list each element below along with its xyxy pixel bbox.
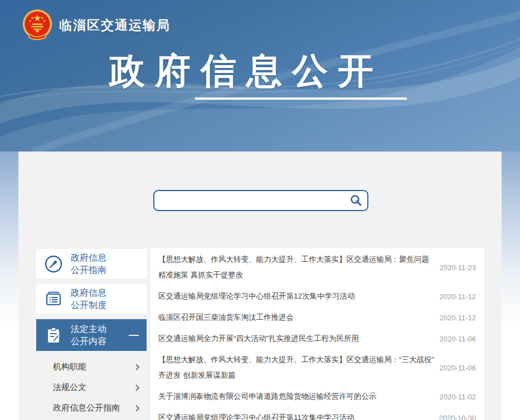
sidebar-submenu: 机构职能 法规公文 政府信息公开指南 规划计划 xyxy=(36,356,147,420)
submenu-item-public-info-guide[interactable]: 政府信息公开指南 xyxy=(36,398,147,418)
clipboard-pen-icon xyxy=(43,325,64,346)
news-date: 2020-11-06 xyxy=(439,335,476,343)
news-title-link[interactable]: 关于淄博润泰物流有限公司申请道路危险货物运输经营许可的公示 xyxy=(158,389,438,404)
news-title-link[interactable]: 临淄区召开国三柴油货车淘汰工作推进会 xyxy=(158,310,438,325)
news-title-link[interactable]: 区交通运输局全力开展“四大活动”扎实推进民生工程为民所用 xyxy=(158,331,438,346)
search-button[interactable] xyxy=(345,191,367,210)
news-date: 2020-11-02 xyxy=(439,393,476,401)
document-icon xyxy=(43,289,64,310)
compass-icon xyxy=(43,253,64,275)
news-date: 2020-11-12 xyxy=(439,314,476,322)
site-name: 临淄区交通运输局 xyxy=(59,17,171,34)
search-bar xyxy=(153,190,368,211)
search-icon xyxy=(349,194,363,207)
banner: 临淄区交通运输局 政府信息公开 xyxy=(0,0,520,152)
page: 临淄区交通运输局 政府信息公开 政府信 xyxy=(0,0,520,420)
news-item: 临淄区召开国三柴油货车淘汰工作推进会 2020-11-12 xyxy=(158,307,476,328)
news-item: 区交通运输局党组理论学习中心组召开第12次集中学习活动 2020-11-12 xyxy=(158,286,476,307)
sidebar-item-statutory-disclosure[interactable]: 法定主动 公开内容 — xyxy=(36,319,147,351)
news-item: 区交通运输局党组理论学习中心组召开第11次集中学习活动 2020-10-30 xyxy=(158,407,476,420)
national-emblem-icon xyxy=(21,8,54,42)
sidebar: 政府信息 公开指南 政府信息 公开制度 xyxy=(36,249,147,420)
sidebar-item-public-info-guide[interactable]: 政府信息 公开指南 xyxy=(36,249,147,279)
news-list: 【思想大解放、作风大转变、能力大提升、工作大落实】区交通运输局：聚焦问题 精准施… xyxy=(150,248,484,420)
news-date: 2020-11-06 xyxy=(439,364,476,372)
chevron-right-icon xyxy=(135,404,140,412)
news-title-link[interactable]: 区交通运输局党组理论学习中心组召开第12次集中学习活动 xyxy=(158,289,438,304)
news-item: 区交通运输局全力开展“四大活动”扎实推进民生工程为民所用 2020-11-06 xyxy=(158,328,476,349)
submenu-item-agency-functions[interactable]: 机构职能 xyxy=(36,356,147,377)
news-item: 【思想大解放、作风大转变、能力大提升、工作大落实】区交通运输局：“三大战役”齐进… xyxy=(158,349,476,386)
sidebar-item-label: 政府信息 公开制度 xyxy=(71,287,106,311)
page-title: 政府信息公开 xyxy=(109,47,383,95)
news-date: 2020-11-12 xyxy=(439,292,476,301)
search-input[interactable] xyxy=(154,191,345,210)
chevron-right-icon xyxy=(135,384,140,392)
news-item: 关于淄博润泰物流有限公司申请道路危险货物运输经营许可的公示 2020-11-02 xyxy=(158,386,476,407)
sidebar-item-label: 政府信息 公开指南 xyxy=(71,252,106,276)
news-date: 2020-11-23 xyxy=(439,263,476,272)
news-item: 【思想大解放、作风大转变、能力大提升、工作大落实】区交通运输局：聚焦问题 精准施… xyxy=(158,249,476,286)
sidebar-item-label: 法定主动 公开内容 xyxy=(71,323,106,348)
news-title-link[interactable]: 【思想大解放、作风大转变、能力大提升、工作大落实】区交通运输局：“三大战役”齐进… xyxy=(158,352,438,383)
submenu-item-regulations[interactable]: 法规公文 xyxy=(36,377,147,398)
chevron-right-icon xyxy=(135,363,140,371)
title-underline xyxy=(195,97,407,100)
news-title-link[interactable]: 区交通运输局党组理论学习中心组召开第11次集中学习活动 xyxy=(158,410,438,420)
sidebar-item-public-info-system[interactable]: 政府信息 公开制度 xyxy=(36,284,147,314)
news-title-link[interactable]: 【思想大解放、作风大转变、能力大提升、工作大落实】区交通运输局：聚焦问题 精准施… xyxy=(158,252,438,283)
collapse-minus-icon[interactable]: — xyxy=(129,329,141,341)
news-date: 2020-10-30 xyxy=(439,414,477,420)
brand: 临淄区交通运输局 xyxy=(21,8,171,42)
